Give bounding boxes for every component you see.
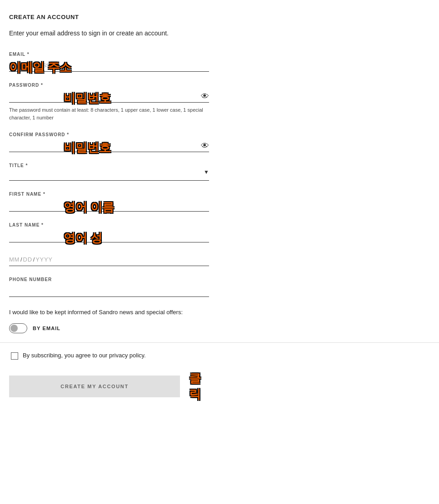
- email-input[interactable]: [9, 59, 209, 72]
- section-divider: [0, 342, 439, 343]
- dob-dd: DD: [23, 256, 32, 263]
- create-account-button[interactable]: CREATE MY ACCOUNT: [9, 376, 180, 397]
- password-hint: The password must contain at least: 8 ch…: [9, 106, 209, 121]
- password-eye-icon[interactable]: 👁: [201, 91, 209, 101]
- password-label: PASSWORD *: [9, 83, 209, 88]
- email-toggle[interactable]: [9, 323, 27, 333]
- confirm-eye-icon[interactable]: 👁: [201, 141, 209, 150]
- click-korean-overlay: 클릭: [189, 371, 209, 402]
- last-name-field-group: LAST NAME * 영어 성: [9, 222, 209, 242]
- email-label: EMAIL *: [9, 52, 209, 57]
- newsletter-section: I would like to be kept informed of Sand…: [9, 308, 209, 333]
- phone-label: PHONE NUMBER: [9, 277, 209, 282]
- title-field-group: TITLE * Mr. Ms. Mrs. Dr. ▼: [9, 163, 209, 181]
- password-input[interactable]: [9, 89, 209, 103]
- confirm-password-label: CONFIRM PASSWORD *: [9, 132, 209, 137]
- dob-yyyy: YYYY: [35, 256, 52, 263]
- dob-mm: MM: [9, 256, 20, 263]
- last-name-input[interactable]: [9, 229, 209, 242]
- page-title: CREATE AN ACCOUNT: [9, 14, 209, 20]
- privacy-checkbox[interactable]: [11, 352, 18, 360]
- first-name-field-group: FIRST NAME * 영어 이름: [9, 192, 209, 212]
- confirm-password-field-group: CONFIRM PASSWORD * 비밀번호 👁: [9, 132, 209, 152]
- first-name-label: FIRST NAME *: [9, 192, 209, 197]
- email-field-group: EMAIL * 이메일 주소: [9, 52, 209, 72]
- phone-input[interactable]: [9, 284, 209, 297]
- confirm-password-input[interactable]: [9, 139, 209, 152]
- dob-sep1: /: [20, 256, 22, 263]
- by-email-row: BY EMAIL: [9, 323, 209, 333]
- title-label: TITLE *: [9, 163, 209, 168]
- newsletter-text: I would like to be kept informed of Sand…: [9, 308, 209, 317]
- dob-inputs: MM / DD / YYYY: [9, 253, 209, 266]
- submit-row: CREATE MY ACCOUNT 클릭: [9, 371, 209, 402]
- password-field-group: PASSWORD * 비밀번호 👁 The password must cont…: [9, 83, 209, 121]
- by-email-label: BY EMAIL: [33, 326, 60, 331]
- last-name-label: LAST NAME *: [9, 222, 209, 227]
- privacy-text: By subscribing, you agree to our privacy…: [23, 352, 146, 359]
- title-select[interactable]: Mr. Ms. Mrs. Dr.: [9, 170, 209, 181]
- dob-field-group: MM / DD / YYYY: [9, 253, 209, 266]
- subtitle-text: Enter your email address to sign in or c…: [9, 29, 209, 38]
- first-name-input[interactable]: [9, 198, 209, 212]
- privacy-row: By subscribing, you agree to our privacy…: [9, 352, 209, 360]
- dob-sep2: /: [33, 256, 35, 263]
- toggle-knob: [10, 325, 18, 332]
- phone-field-group: PHONE NUMBER: [9, 277, 209, 297]
